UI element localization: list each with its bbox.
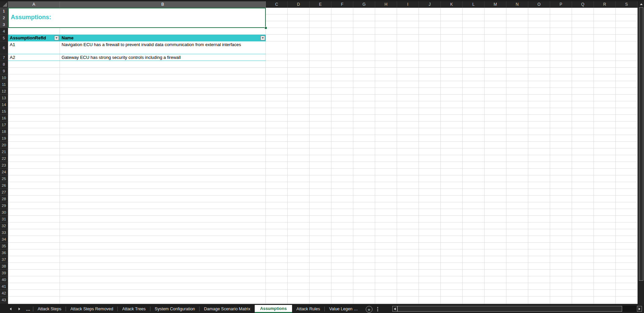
sheet-tab-attack-trees[interactable]: Attack Trees — [118, 305, 150, 313]
sheet-tab-damage-scenario-matrix[interactable]: Damage Scenario Matrix — [200, 305, 255, 313]
column-header-A[interactable]: A — [8, 1, 60, 8]
column-header-G[interactable]: G — [353, 1, 375, 8]
horizontal-scrollbar[interactable] — [392, 306, 642, 312]
select-all-corner[interactable] — [0, 1, 8, 8]
row-header-40[interactable]: 40 — [0, 276, 8, 283]
row-header-13[interactable]: 13 — [0, 95, 8, 101]
horizontal-scrollbar-track[interactable] — [622, 306, 637, 312]
row-header-2[interactable]: 2 — [0, 14, 8, 21]
sheet-tab-assumptions[interactable]: Assumptions — [255, 305, 292, 313]
tabs-scroll-right-button[interactable] — [15, 305, 24, 313]
column-header-R[interactable]: R — [594, 1, 616, 8]
row-header-19[interactable]: 19 — [0, 135, 8, 142]
row-header-21[interactable]: 21 — [0, 148, 8, 155]
row-header-43[interactable]: 43 — [0, 297, 8, 303]
row-header-22[interactable]: 22 — [0, 155, 8, 162]
row-header-23[interactable]: 23 — [0, 162, 8, 169]
column-header-E[interactable]: E — [310, 1, 331, 8]
filter-dropdown-button[interactable] — [260, 36, 265, 40]
more-tabs-button[interactable]: … — [24, 305, 33, 313]
table-header-assumptionrefid[interactable]: AssumptionRefId — [8, 35, 60, 41]
row-header-8[interactable]: 8 — [0, 61, 8, 68]
scroll-up-button[interactable] — [639, 1, 644, 7]
row-header-20[interactable]: 20 — [0, 142, 8, 148]
column-header-L[interactable]: L — [463, 1, 485, 8]
row-header-30[interactable]: 30 — [0, 209, 8, 216]
row-header-25[interactable]: 25 — [0, 175, 8, 182]
row-header-11[interactable]: 11 — [0, 81, 8, 88]
scroll-right-button[interactable] — [637, 306, 642, 312]
row-header-6[interactable]: 6 — [0, 41, 8, 54]
scroll-left-button[interactable] — [392, 306, 397, 312]
row-header-28[interactable]: 28 — [0, 196, 8, 202]
row-header-31[interactable]: 31 — [0, 216, 8, 222]
cell-assumptionrefid[interactable]: A1 — [8, 41, 60, 54]
horizontal-scrollbar-thumb[interactable] — [397, 306, 622, 312]
column-header-D[interactable]: D — [288, 1, 310, 8]
row-header-5[interactable]: 5 — [0, 35, 8, 41]
table-row-A1: A1Navigation ECU has a firewall to preve… — [8, 41, 266, 54]
column-header-J[interactable]: J — [419, 1, 441, 8]
row-header-42[interactable]: 42 — [0, 290, 8, 297]
cell-name[interactable]: Gateway ECU has strong security controls… — [60, 54, 266, 61]
column-header-Q[interactable]: Q — [572, 1, 594, 8]
row-header-29[interactable]: 29 — [0, 202, 8, 209]
row-header-7[interactable]: 7 — [0, 54, 8, 61]
sheet-tab-system-configuration[interactable]: System Configuration — [150, 305, 200, 313]
vertical-scrollbar[interactable] — [639, 1, 644, 312]
column-header-N[interactable]: N — [506, 1, 528, 8]
row-header-14[interactable]: 14 — [0, 101, 8, 108]
column-header-C[interactable]: C — [266, 1, 288, 8]
column-header-B[interactable]: B — [60, 1, 266, 8]
sheet-tab-attack-steps[interactable]: Attack Steps — [33, 305, 66, 313]
cell-name[interactable]: Navigation ECU has a firewall to prevent… — [60, 41, 266, 54]
row-header-38[interactable]: 38 — [0, 263, 8, 270]
table-header-name[interactable]: Name — [60, 35, 266, 41]
row-header-10[interactable]: 10 — [0, 74, 8, 81]
row-header-37[interactable]: 37 — [0, 256, 8, 263]
column-header-F[interactable]: F — [331, 1, 353, 8]
row-header-32[interactable]: 32 — [0, 222, 8, 229]
row-header-3[interactable]: 3 — [0, 21, 8, 28]
add-sheet-button[interactable]: + — [366, 306, 372, 313]
row-header-24[interactable]: 24 — [0, 169, 8, 175]
vertical-scrollbar-thumb[interactable] — [639, 7, 643, 281]
kebab-dot — [377, 307, 378, 308]
column-header-O[interactable]: O — [528, 1, 550, 8]
filter-arrow-icon — [56, 37, 58, 39]
filter-dropdown-button[interactable] — [54, 36, 59, 40]
row-header-39[interactable]: 39 — [0, 270, 8, 276]
filter-arrow-icon — [262, 37, 264, 39]
row-header-16[interactable]: 16 — [0, 115, 8, 121]
column-header-M[interactable]: M — [485, 1, 506, 8]
column-header-P[interactable]: P — [550, 1, 572, 8]
tab-list-menu-button[interactable] — [374, 305, 381, 313]
cell-assumptionrefid[interactable]: A2 — [8, 54, 60, 61]
table-header-label: AssumptionRefId — [10, 35, 46, 40]
row-header-35[interactable]: 35 — [0, 243, 8, 249]
row-header-36[interactable]: 36 — [0, 249, 8, 256]
row-header-33[interactable]: 33 — [0, 229, 8, 236]
sheet-grid[interactable]: Assumptions: AssumptionRefId Name A1Navi… — [8, 8, 638, 304]
row-header-41[interactable]: 41 — [0, 283, 8, 290]
column-header-S[interactable]: S — [616, 1, 638, 8]
tabs-scroll-left-button[interactable] — [6, 305, 15, 313]
row-header-1[interactable]: 1 — [0, 8, 8, 14]
row-header-15[interactable]: 15 — [0, 108, 8, 115]
column-header-H[interactable]: H — [375, 1, 397, 8]
row-header-34[interactable]: 34 — [0, 236, 8, 243]
row-header-27[interactable]: 27 — [0, 189, 8, 196]
sheet-tab-attack-steps-removed[interactable]: Attack Steps Removed — [66, 305, 117, 313]
selected-title-cell[interactable]: Assumptions: — [8, 8, 266, 28]
column-header-I[interactable]: I — [397, 1, 419, 8]
row-header-26[interactable]: 26 — [0, 182, 8, 189]
row-header-12[interactable]: 12 — [0, 88, 8, 95]
selection-fill-handle[interactable] — [264, 27, 267, 29]
row-header-18[interactable]: 18 — [0, 128, 8, 135]
sheet-tab-value-legen[interactable]: Value Legen … — [325, 305, 362, 313]
row-header-17[interactable]: 17 — [0, 121, 8, 128]
sheet-tab-attack-rules[interactable]: Attack Rules — [292, 305, 324, 313]
row-header-4[interactable]: 4 — [0, 28, 8, 35]
column-header-K[interactable]: K — [441, 1, 463, 8]
row-header-9[interactable]: 9 — [0, 68, 8, 74]
